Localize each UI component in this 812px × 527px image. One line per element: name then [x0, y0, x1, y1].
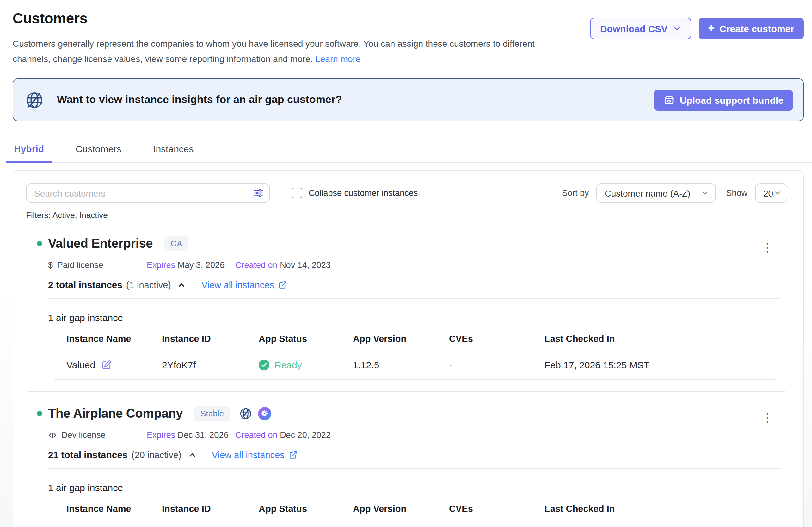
- license-type: Dev license: [48, 430, 147, 440]
- airgap-instances-table: Instance Name Instance ID App Status App…: [54, 334, 775, 380]
- col-instance-name: Instance Name: [67, 503, 162, 514]
- upload-support-bundle-button[interactable]: Upload support bundle: [654, 89, 793, 110]
- expires-field: Expires May 3, 2026: [147, 260, 235, 270]
- chevron-up-icon[interactable]: [188, 450, 197, 459]
- view-all-instances-label: View all instances: [201, 280, 274, 290]
- col-app-status: App Status: [259, 503, 353, 514]
- banner-title: Want to view instance insights for an ai…: [57, 93, 342, 106]
- tab-bar: Hybrid Customers Instances: [13, 138, 812, 163]
- created-date: Dec 20, 2022: [280, 430, 331, 440]
- instances-summary-row: 21 total instances (20 inactive) View al…: [48, 449, 774, 460]
- expires-field: Expires Dec 31, 2026: [147, 430, 235, 440]
- active-status-dot: [37, 411, 42, 417]
- sort-by-select[interactable]: Customer name (A-Z): [596, 183, 716, 203]
- download-csv-label: Download CSV: [600, 23, 667, 34]
- app-status-cell: Ready: [259, 360, 353, 370]
- toolbar: Collapse customer instances Sort by Cust…: [13, 171, 803, 203]
- airgap-section-label: 1 air gap instance: [48, 312, 774, 323]
- search-input[interactable]: [26, 183, 270, 203]
- license-type: $ Paid license: [48, 260, 147, 270]
- kubernetes-icon: ☸: [258, 407, 271, 420]
- col-app-version: App Version: [353, 334, 449, 344]
- check-circle-icon: [259, 360, 270, 370]
- instance-name: Valued: [67, 360, 95, 370]
- filter-sliders-icon[interactable]: [253, 188, 264, 198]
- download-csv-button[interactable]: Download CSV: [590, 18, 691, 39]
- header-actions: Download CSV + Create customer: [590, 18, 804, 39]
- total-instances-count: 21 total instances: [48, 449, 128, 460]
- col-last-checked-in: Last Checked In: [545, 503, 775, 514]
- col-cves: CVEs: [449, 503, 545, 514]
- show-label: Show: [726, 188, 748, 198]
- app-version-cell: 1.12.5: [353, 360, 449, 370]
- page-description-text: Customers generally represent the compan…: [13, 39, 535, 63]
- table-header-row: Instance Name Instance ID App Status App…: [54, 503, 775, 521]
- customer-card-valued-enterprise: Valued Enterprise GA ⋮ $ Paid license Ex…: [13, 220, 803, 380]
- tab-instances[interactable]: Instances: [152, 138, 195, 162]
- table-row: Valued 2YfoK7f Ready: [54, 351, 775, 380]
- expires-label: Expires: [147, 260, 175, 270]
- col-instance-id: Instance ID: [162, 503, 259, 514]
- instances-summary-row: 2 total instances (1 inactive) View all …: [48, 279, 774, 290]
- instance-name-cell: Valued: [67, 360, 162, 370]
- customer-header: The Airplane Company Stable ☸: [48, 406, 774, 421]
- sort-by-label: Sort by: [562, 188, 589, 198]
- customer-name-link[interactable]: The Airplane Company: [48, 406, 183, 421]
- inactive-instances-count: (20 inactive): [132, 450, 182, 460]
- airgap-instances-table: Instance Name Instance ID App Status App…: [54, 503, 775, 521]
- view-all-instances-link[interactable]: View all instances: [212, 450, 298, 460]
- customers-panel: Collapse customer instances Sort by Cust…: [13, 170, 804, 527]
- upload-bundle-icon: [663, 94, 675, 106]
- collapse-instances-control[interactable]: Collapse customer instances: [292, 188, 418, 198]
- collapse-instances-checkbox[interactable]: [292, 188, 302, 198]
- chevron-down-icon: [773, 189, 781, 197]
- app-status-text: Ready: [274, 360, 302, 370]
- upload-support-bundle-label: Upload support bundle: [680, 94, 784, 105]
- created-date: Nov 14, 2023: [280, 260, 331, 270]
- show-count-select[interactable]: 20: [755, 183, 787, 203]
- edit-icon[interactable]: [101, 360, 111, 370]
- airgap-globe-icon: [239, 407, 252, 420]
- divider: [48, 468, 780, 469]
- customer-meta-row: Dev license Expires Dec 31, 2026 Created…: [48, 430, 774, 440]
- customer-type-icons: ☸: [239, 407, 271, 420]
- col-instance-id: Instance ID: [162, 334, 259, 344]
- active-status-dot: [37, 241, 42, 246]
- chevron-down-icon: [701, 189, 709, 197]
- show-count-value: 20: [763, 188, 773, 198]
- license-type-label: Paid license: [57, 260, 103, 270]
- col-last-checked-in: Last Checked In: [545, 334, 775, 344]
- create-customer-button[interactable]: + Create customer: [698, 18, 804, 39]
- instance-id-cell: 2YfoK7f: [162, 360, 259, 370]
- last-checked-in-cell: Feb 17, 2026 15:25 MST: [545, 360, 775, 370]
- col-app-version: App Version: [353, 503, 449, 514]
- cves-cell: -: [449, 360, 545, 370]
- table-header-row: Instance Name Instance ID App Status App…: [54, 334, 775, 351]
- tab-customers[interactable]: Customers: [74, 138, 123, 162]
- airgap-banner: Want to view instance insights for an ai…: [13, 78, 804, 121]
- customer-header: Valued Enterprise GA: [48, 236, 774, 251]
- customers-page: Customers Customers generally represent …: [0, 0, 812, 527]
- customer-kebab-menu[interactable]: ⋮: [762, 414, 773, 421]
- learn-more-link[interactable]: Learn more: [315, 54, 361, 63]
- view-all-instances-link[interactable]: View all instances: [201, 280, 287, 290]
- customer-kebab-menu[interactable]: ⋮: [762, 244, 773, 252]
- collapse-instances-label: Collapse customer instances: [309, 188, 418, 198]
- created-on-label: Created on: [235, 260, 278, 270]
- col-instance-name: Instance Name: [67, 334, 162, 344]
- col-cves: CVEs: [449, 334, 545, 344]
- expires-date: May 3, 2026: [178, 260, 225, 270]
- code-icon: [48, 431, 57, 439]
- col-app-status: App Status: [259, 334, 353, 344]
- dollar-icon: $: [48, 260, 53, 270]
- plus-icon: +: [708, 22, 714, 35]
- customer-name-link[interactable]: Valued Enterprise: [48, 236, 153, 251]
- created-field: Created on Dec 20, 2022: [235, 430, 331, 440]
- total-instances-count: 2 total instances: [48, 279, 122, 290]
- expires-date: Dec 31, 2026: [178, 430, 229, 440]
- channel-badge: Stable: [194, 406, 230, 421]
- search-wrap: [26, 183, 270, 203]
- chevron-up-icon[interactable]: [177, 280, 186, 289]
- airgap-globe-icon: [25, 90, 44, 110]
- tab-hybrid[interactable]: Hybrid: [13, 138, 45, 162]
